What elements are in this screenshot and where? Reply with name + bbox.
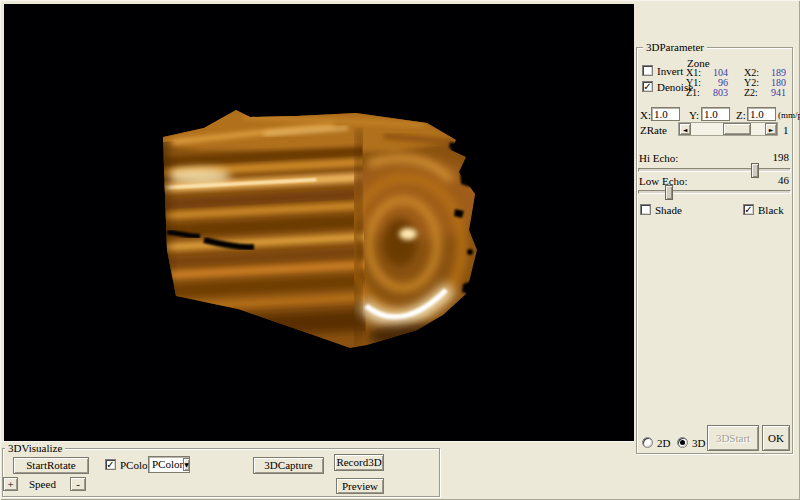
volume-render-image — [4, 4, 634, 441]
shade-checkbox-box[interactable] — [640, 204, 651, 215]
black-checkbox-box[interactable]: ✓ — [743, 204, 754, 215]
mode-2d-radio-label: 2D — [657, 437, 670, 449]
speed-label: Speed — [29, 478, 56, 490]
zone-values-grid: X1: 104 X2: 189 Y1: 96 Y2: 180 Z1: 803 Z… — [686, 68, 786, 98]
hi-echo-value: 198 — [773, 151, 790, 163]
shade-checkbox-label: Shade — [655, 204, 682, 216]
zone-z1-value: 803 — [704, 88, 728, 98]
app-window: { "colors": { "panel_bg": "#ece9d8", "vi… — [0, 0, 800, 500]
black-checkbox[interactable]: ✓ Black — [743, 204, 784, 216]
denoise-checkbox-box[interactable]: ✓ — [642, 81, 653, 92]
parameter-group-title: 3DParameter — [643, 41, 707, 53]
black-checkbox-label: Black — [758, 204, 784, 216]
hi-echo-slider[interactable] — [638, 168, 791, 172]
scale-y-label: Y: — [689, 109, 699, 121]
hi-echo-label: Hi Echo: — [639, 152, 678, 164]
pcolor-checkbox[interactable]: ✓ PColor — [105, 459, 151, 471]
scale-x-input[interactable] — [651, 107, 680, 121]
pcolor-checkbox-label: PColor — [120, 459, 151, 471]
zrate-scroll-right-icon[interactable]: ► — [765, 123, 777, 135]
mode-3d-radio[interactable]: 3D — [677, 437, 705, 449]
low-echo-slider-thumb[interactable] — [665, 185, 673, 200]
3dcapture-button[interactable]: 3DCapture — [253, 457, 324, 474]
invert-checkbox-box[interactable] — [642, 65, 653, 76]
speed-increase-button[interactable]: + — [3, 477, 18, 491]
scale-unit-label: (mm/p) — [778, 110, 800, 120]
pcolor-dropdown-value: PColor — [149, 457, 183, 472]
3d-viewport[interactable] — [4, 4, 634, 441]
zone-z2-value: 941 — [762, 88, 786, 98]
hi-echo-slider-thumb[interactable] — [751, 163, 759, 178]
low-echo-value: 46 — [778, 174, 789, 186]
shade-checkbox[interactable]: Shade — [640, 204, 682, 216]
scale-z-input[interactable] — [747, 107, 776, 121]
ok-button[interactable]: OK — [762, 425, 790, 451]
parameter-groupbox: 3DParameter Invert ✓ Denoise Zone X1: 10… — [636, 47, 793, 454]
pcolor-dropdown[interactable]: PColor ▼ — [148, 456, 190, 473]
start-rotate-button[interactable]: StartRotate — [13, 457, 89, 474]
invert-checkbox-label: Invert — [657, 65, 683, 77]
invert-checkbox[interactable]: Invert — [642, 65, 683, 77]
scale-y-input[interactable] — [701, 107, 730, 121]
low-echo-label: Low Echo: — [639, 175, 688, 187]
zrate-scrollbar[interactable]: ◄ ► — [678, 122, 778, 136]
preview-button[interactable]: Preview — [336, 478, 384, 494]
zrate-scroll-left-icon[interactable]: ◄ — [679, 123, 691, 135]
speed-decrease-button[interactable]: - — [70, 477, 86, 491]
visualize-group-title: 3DVisualize — [5, 442, 65, 454]
scale-z-label: Z: — [736, 109, 746, 121]
mode-3d-radio-circle[interactable] — [677, 437, 688, 448]
zrate-label: ZRate — [640, 124, 667, 136]
pcolor-checkbox-box[interactable]: ✓ — [105, 459, 116, 470]
mode-2d-radio-circle[interactable] — [642, 437, 653, 448]
visualize-panel: 3DVisualize StartRotate + Speed - ✓ PCol… — [1, 441, 634, 499]
zrate-value: 1 — [783, 124, 789, 136]
pcolor-dropdown-arrow-icon[interactable]: ▼ — [183, 458, 190, 471]
zone-z1-label: Z1: — [686, 88, 704, 98]
record3d-button[interactable]: Record3D — [334, 454, 384, 471]
mode-2d-radio[interactable]: 2D — [642, 437, 670, 449]
zrate-scrollbar-thumb[interactable] — [723, 123, 751, 135]
mode-3d-radio-label: 3D — [692, 437, 705, 449]
3dstart-button[interactable]: 3DStart — [707, 425, 759, 451]
scale-x-label: X: — [640, 109, 651, 121]
zone-z2-label: Z2: — [744, 88, 762, 98]
low-echo-slider[interactable] — [638, 190, 791, 194]
